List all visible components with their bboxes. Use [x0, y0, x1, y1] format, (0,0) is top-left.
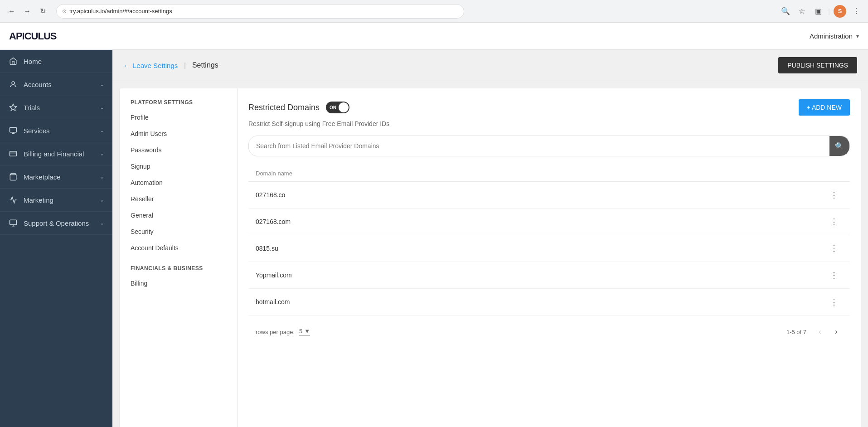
user-avatar-browser[interactable]: S: [834, 5, 846, 18]
domain-name-cell: 027168.com: [248, 209, 819, 235]
leave-settings-label: Leave Settings: [133, 62, 178, 69]
more-options-button[interactable]: ⋮: [826, 295, 843, 309]
sidebar-label-marketplace: Marketplace: [24, 173, 100, 181]
sidebar-item-billing[interactable]: Billing and Financial ⌄: [0, 142, 112, 165]
sidebar-label-billing: Billing and Financial: [24, 150, 100, 158]
address-icon: ⊙: [62, 8, 67, 15]
financials-section-title: FINANCIALS & BUSINESS: [120, 265, 237, 275]
nav-item-automation[interactable]: Automation: [120, 175, 237, 191]
app-body: Home Accounts ⌄ Trials ⌄: [0, 50, 868, 427]
toggle-thumb: [339, 102, 349, 112]
nav-item-security[interactable]: Security: [120, 223, 237, 240]
svg-point-0: [12, 82, 15, 84]
panel-subtitle: Restrict Self-signup using Free Email Pr…: [248, 120, 850, 127]
trials-chevron: ⌄: [100, 104, 104, 111]
settings-bar-left: ← Leave Settings | Settings: [123, 61, 218, 69]
toggle-track[interactable]: ON: [326, 102, 349, 113]
more-options-button[interactable]: ⋮: [826, 215, 843, 228]
panel-header: Restricted Domains ON + ADD NEW: [248, 99, 850, 116]
sidebar-item-trials[interactable]: Trials ⌄: [0, 96, 112, 119]
sidebar-item-marketplace[interactable]: Marketplace ⌄: [0, 165, 112, 189]
nav-item-account-defaults[interactable]: Account Defaults: [120, 240, 237, 256]
svg-marker-1: [10, 104, 17, 111]
publish-settings-button[interactable]: PUBLISH SETTINGS: [778, 57, 857, 73]
admin-label: Administration: [810, 32, 853, 40]
home-icon: [8, 56, 18, 66]
sidebar-item-marketing[interactable]: Marketing ⌄: [0, 189, 112, 212]
table-row: Yopmail.com ⋮: [248, 262, 850, 289]
billing-chevron: ⌄: [100, 150, 104, 157]
sidebar-item-services[interactable]: Services ⌄: [0, 119, 112, 142]
search-button[interactable]: 🔍: [829, 136, 849, 156]
sidebar-label-home: Home: [24, 58, 104, 65]
settings-panel: Restricted Domains ON + ADD NEW Restrict…: [238, 88, 861, 427]
more-options-button[interactable]: ⋮: [826, 242, 843, 255]
domain-actions-cell: ⋮: [819, 289, 850, 315]
browser-actions: 🔍 ☆ ▣ | S ⋮: [779, 5, 863, 18]
prev-page-button[interactable]: ‹: [814, 325, 826, 338]
nav-item-billing[interactable]: Billing: [120, 275, 237, 291]
rows-per-page: rows per page: 5 ▼: [256, 328, 310, 336]
settings-bar: ← Leave Settings | Settings PUBLISH SETT…: [112, 50, 868, 81]
search-icon: 🔍: [835, 142, 844, 150]
app-logo: APICULUS: [9, 30, 56, 42]
browser-nav-buttons: ← → ↻: [5, 5, 49, 18]
search-input[interactable]: [249, 138, 829, 154]
domain-actions-cell: ⋮: [819, 235, 850, 262]
services-icon: [8, 126, 18, 136]
toggle-on-label: ON: [330, 105, 336, 110]
domain-name-cell: 0815.su: [248, 235, 819, 262]
browser-chrome: ← → ↻ ⊙ try.apiculus.io/admin/#/account-…: [0, 0, 868, 23]
domain-name-header: Domain name: [248, 165, 819, 182]
svg-rect-8: [10, 220, 17, 225]
bookmark-btn[interactable]: ☆: [795, 5, 808, 18]
url-text: try.apiculus.io/admin/#/account-settings: [69, 8, 172, 15]
address-bar[interactable]: ⊙ try.apiculus.io/admin/#/account-settin…: [56, 4, 464, 19]
forward-button[interactable]: →: [21, 5, 34, 18]
rows-value: 5: [299, 328, 302, 335]
support-icon: [8, 218, 18, 228]
rows-per-page-label: rows per page:: [256, 329, 295, 335]
back-button[interactable]: ←: [5, 5, 18, 18]
settings-divider: |: [184, 62, 186, 69]
domain-table: Domain name 027168.co ⋮ 027168.com ⋮ 081…: [248, 165, 850, 315]
settings-title: Settings: [192, 61, 218, 69]
nav-item-passwords[interactable]: Passwords: [120, 142, 237, 158]
sidebar-label-trials: Trials: [24, 104, 100, 112]
domain-name-cell: hotmail.com: [248, 289, 819, 315]
rows-select[interactable]: 5 ▼: [299, 328, 310, 336]
main-content: ← Leave Settings | Settings PUBLISH SETT…: [112, 50, 868, 427]
sidebar-item-accounts[interactable]: Accounts ⌄: [0, 73, 112, 96]
leave-settings-link[interactable]: ← Leave Settings: [123, 62, 178, 69]
sidebar-item-home[interactable]: Home: [0, 50, 112, 73]
search-browser-btn[interactable]: 🔍: [779, 5, 792, 18]
search-row: 🔍: [248, 136, 850, 156]
pagination-controls: ‹ ›: [814, 325, 843, 338]
sidebar-item-support[interactable]: Support & Operations ⌄: [0, 212, 112, 235]
more-options-button[interactable]: ⋮: [826, 188, 843, 202]
header-right: Administration ▾: [810, 32, 859, 40]
trials-icon: [8, 102, 18, 112]
extensions-btn[interactable]: ▣: [812, 5, 824, 18]
marketing-icon: [8, 195, 18, 205]
next-page-button[interactable]: ›: [830, 325, 843, 338]
nav-item-reseller[interactable]: Reseller: [120, 191, 237, 207]
support-chevron: ⌄: [100, 220, 104, 226]
nav-item-general[interactable]: General: [120, 207, 237, 223]
sidebar: Home Accounts ⌄ Trials ⌄: [0, 50, 112, 427]
add-new-button[interactable]: + ADD NEW: [799, 99, 850, 116]
toggle-switch[interactable]: ON: [326, 102, 349, 113]
accounts-chevron: ⌄: [100, 81, 104, 87]
menu-btn[interactable]: ⋮: [850, 5, 863, 18]
more-options-button[interactable]: ⋮: [826, 268, 843, 282]
reload-button[interactable]: ↻: [36, 5, 49, 18]
nav-item-admin-users[interactable]: Admin Users: [120, 126, 237, 142]
nav-item-profile[interactable]: Profile: [120, 109, 237, 126]
billing-icon: [8, 149, 18, 159]
admin-dropdown-arrow[interactable]: ▾: [856, 33, 859, 39]
back-arrow-icon: ←: [123, 62, 130, 69]
svg-rect-2: [10, 127, 17, 132]
nav-item-signup[interactable]: Signup: [120, 158, 237, 175]
marketing-chevron: ⌄: [100, 197, 104, 203]
app-header: APICULUS Administration ▾: [0, 23, 868, 50]
